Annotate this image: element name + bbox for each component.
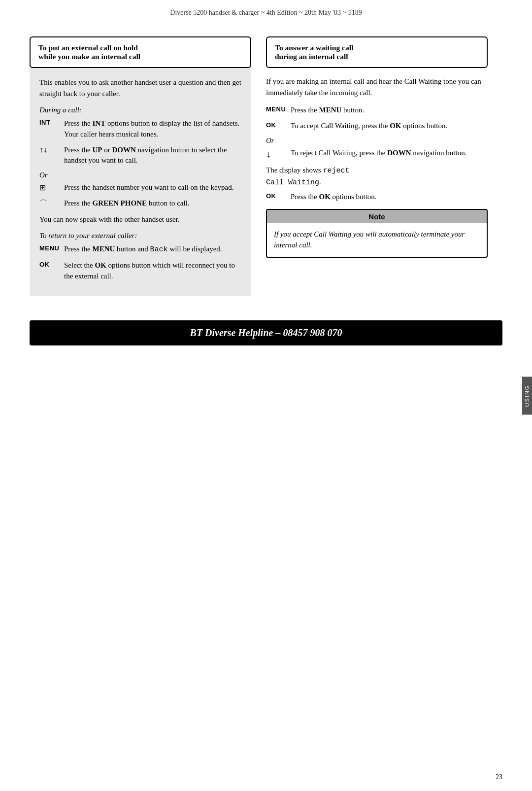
step-ok-left-text: Select the OK options button which will … [64, 260, 241, 282]
or-text-1: Or [39, 171, 241, 179]
note-header: Note [267, 210, 487, 223]
right-section-box: To answer a waiting call during an inter… [266, 36, 488, 68]
right-step-ok-final-text: Press the OK options button. [291, 192, 488, 203]
step-keypad: ⊞ Press the handset number you want to c… [39, 182, 241, 193]
step-int-label: INT [39, 118, 64, 126]
right-intro: If you are making an internal call and h… [266, 76, 488, 98]
note-box: Note If you accept Call Waiting you will… [266, 209, 488, 258]
note-content: If you accept Call Waiting you will auto… [267, 223, 487, 257]
green-phone-icon: ⌒ [39, 198, 64, 209]
display-shows-text: The display shows rejectCall Waiting. [266, 165, 488, 189]
right-step-menu-label: MENU [266, 105, 291, 113]
right-step-menu-text: Press the MENU button. [291, 105, 488, 116]
right-step-down: ↓ To reject Call Waiting, press the DOWN… [266, 148, 488, 160]
right-box-title-line1: To answer a waiting call [275, 43, 353, 52]
header-title: Diverse 5200 handset & charger ~ 4th Edi… [170, 9, 362, 16]
right-step-ok-accept-text: To accept Call Waiting, press the OK opt… [291, 121, 488, 132]
right-step-menu: MENU Press the MENU button. [266, 105, 488, 116]
side-tab: USING [522, 377, 532, 414]
step-menu: MENU Press the MENU button and Back will… [39, 244, 241, 255]
left-box-title-line2: while you make an internal call [38, 52, 140, 61]
step-menu-label: MENU [39, 244, 64, 252]
step-int-text: Press the INT options button to display … [64, 118, 241, 140]
step-green-phone: ⌒ Press the GREEN PHONE button to call. [39, 198, 241, 209]
left-intro: This enables you to ask another handset … [39, 77, 241, 99]
page-header: Diverse 5200 handset & charger ~ 4th Edi… [0, 0, 532, 22]
arrow-up-down-icon: ↑↓ [39, 145, 64, 154]
step-menu-text: Press the MENU button and Back will be d… [64, 244, 241, 255]
left-section-box: To put an external call on hold while yo… [30, 36, 251, 68]
step-int: INT Press the INT options button to disp… [39, 118, 241, 140]
right-content: If you are making an internal call and h… [266, 68, 488, 258]
step-keypad-text: Press the handset number you want to cal… [64, 182, 241, 193]
page-number: 23 [496, 773, 502, 781]
footer-bar: BT Diverse Helpline – 08457 908 070 [30, 320, 502, 345]
during-call-heading: During a call: [39, 106, 241, 114]
right-box-title-line2: during an internal call [275, 52, 348, 61]
left-column: To put an external call on hold while yo… [30, 36, 251, 296]
right-step-ok-final-label: OK [266, 192, 291, 200]
right-step-ok-final: OK Press the OK options button. [266, 192, 488, 203]
step-ok-left: OK Select the OK options button which wi… [39, 260, 241, 282]
step-ok-left-label: OK [39, 260, 64, 268]
right-or-text: Or [266, 137, 488, 145]
right-step-ok-accept: OK To accept Call Waiting, press the OK … [266, 121, 488, 132]
return-heading: To return to your external caller: [39, 232, 241, 240]
step-arrows-text: Press the UP or DOWN navigation button t… [64, 145, 241, 167]
step-arrows: ↑↓ Press the UP or DOWN navigation butto… [39, 145, 241, 167]
keypad-icon: ⊞ [39, 182, 64, 192]
left-gray-content: This enables you to ask another handset … [30, 68, 251, 296]
right-step-down-text: To reject Call Waiting, press the DOWN n… [291, 148, 488, 159]
step-green-phone-text: Press the GREEN PHONE button to call. [64, 198, 241, 209]
footer-text: BT Diverse Helpline – 08457 908 070 [190, 327, 342, 338]
speak-text: You can now speak with the other handset… [39, 214, 241, 225]
right-step-ok-accept-label: OK [266, 121, 291, 129]
right-column: To answer a waiting call during an inter… [266, 36, 488, 296]
down-arrow-icon: ↓ [266, 148, 291, 160]
left-box-title-line1: To put an external call on hold [38, 43, 138, 52]
